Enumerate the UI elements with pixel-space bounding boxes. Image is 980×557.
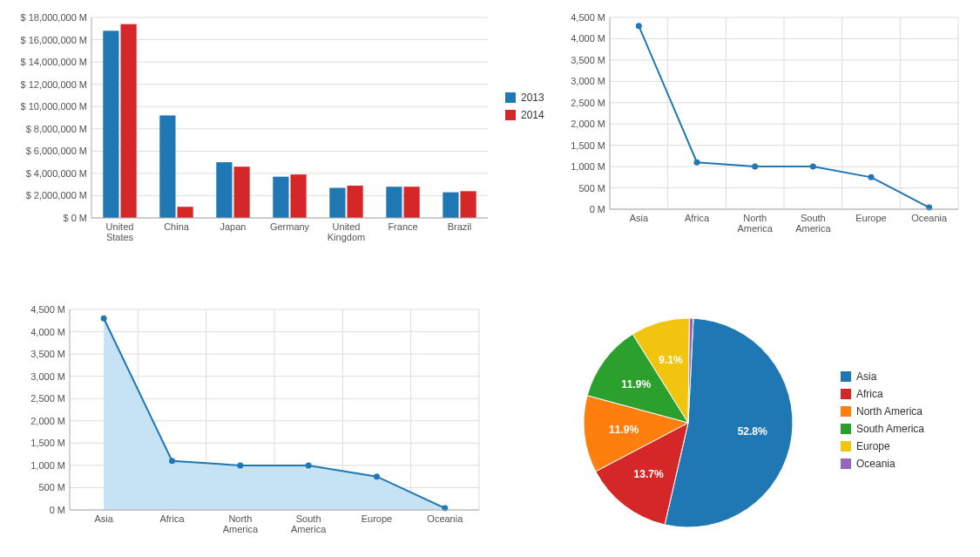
ytick: 2,500 M: [30, 393, 65, 404]
bar-ytick: $ 2,000,000 M: [26, 190, 87, 200]
bar: [178, 207, 193, 218]
ytick: 3,500 M: [571, 55, 605, 65]
data-point: [694, 160, 700, 166]
bar: [216, 162, 232, 218]
ytick: 2,000 M: [571, 119, 605, 129]
legend-item: North America: [841, 405, 924, 418]
ytick: 4,500 M: [30, 304, 65, 315]
data-point: [237, 462, 243, 468]
bar-ytick: $ 6,000,000 M: [26, 146, 87, 156]
bar-xtick: Kingdom: [328, 232, 365, 242]
data-point: [868, 174, 875, 180]
legend-label: Oceania: [856, 458, 896, 470]
bar: [291, 174, 307, 218]
legend-label: Asia: [856, 370, 876, 383]
xtick: Oceania: [427, 513, 463, 524]
bar-xtick: Germany: [270, 221, 310, 232]
ytick: 2,000 M: [30, 416, 65, 426]
legend-swatch: [505, 92, 516, 103]
data-point: [101, 316, 107, 322]
bar-chart-legend: 20132014: [505, 92, 544, 126]
xtick: North: [743, 213, 767, 223]
legend-swatch: [841, 441, 851, 452]
ytick: 3,000 M: [30, 371, 65, 382]
xtick: America: [795, 223, 831, 234]
dashboard: $ 0 M$ 2,000,000 M$ 4,000,000 M$ 6,000,0…: [0, 0, 980, 557]
ytick: 1,000 M: [30, 460, 65, 471]
xtick: America: [223, 524, 259, 534]
bar-xtick: China: [164, 221, 190, 232]
legend-swatch: [841, 406, 851, 417]
legend-item: 2013: [505, 92, 544, 104]
ytick: 4,000 M: [571, 33, 605, 44]
bar: [273, 177, 288, 218]
ytick: 500 M: [578, 183, 605, 194]
bar: [404, 187, 420, 218]
data-point: [169, 458, 175, 464]
bar-xtick: United: [333, 221, 361, 232]
ytick: 0 M: [590, 204, 605, 214]
legend-swatch: [841, 424, 851, 434]
bar: [159, 115, 175, 218]
data-point: [810, 164, 816, 170]
ytick: 2,500 M: [571, 98, 605, 108]
pie-chart: 52.8%13.7%11.9%11.9%9.1% AsiaAfricaNorth…: [540, 296, 976, 549]
ytick: 500 M: [38, 482, 65, 492]
legend-swatch: [841, 371, 851, 382]
xtick: Oceania: [911, 213, 948, 223]
xtick: America: [291, 524, 327, 534]
bar-xtick: States: [106, 232, 134, 242]
bar-ytick: $ 18,000,000 M: [21, 12, 87, 23]
legend-item: Oceania: [841, 458, 924, 470]
ytick: 4,000 M: [30, 327, 65, 337]
bar: [386, 187, 402, 218]
bar-ytick: $ 0 M: [63, 213, 87, 223]
legend-label: 2014: [521, 109, 544, 121]
bar-ytick: $ 12,000,000 M: [21, 79, 87, 90]
line-chart: 0 M500 M1,000 M1,500 M2,000 M2,500 M3,00…: [558, 9, 967, 244]
xtick: Europe: [362, 513, 392, 524]
bar-ytick: $ 4,000,000 M: [26, 168, 87, 179]
xtick: Asia: [94, 513, 113, 524]
legend-item: Africa: [841, 388, 924, 400]
bar: [121, 24, 137, 218]
data-point: [636, 23, 642, 29]
legend-swatch: [841, 389, 851, 399]
legend-label: Europe: [856, 440, 890, 452]
xtick: South: [296, 513, 321, 524]
data-point: [306, 462, 312, 468]
bar-ytick: $ 10,000,000 M: [21, 101, 87, 112]
pie-slice-label: 52.8%: [738, 425, 767, 438]
ytick: 1,500 M: [30, 438, 65, 448]
legend-swatch: [841, 459, 851, 469]
legend-label: 2013: [521, 92, 544, 104]
pie-slice-label: 11.9%: [621, 378, 651, 391]
pie-slice-label: 9.1%: [659, 354, 683, 366]
bar-xtick: France: [388, 221, 417, 232]
area-chart: 0 M500 M1,000 M1,500 M2,000 M2,500 M3,00…: [17, 301, 488, 545]
bar: [461, 191, 476, 218]
ytick: 3,500 M: [30, 349, 65, 359]
xtick: Africa: [159, 513, 185, 524]
data-point: [752, 164, 758, 170]
bar: [348, 186, 363, 218]
bar-ytick: $ 14,000,000 M: [21, 57, 87, 67]
xtick: Asia: [630, 213, 649, 223]
legend-label: North America: [856, 405, 923, 418]
ytick: 0 M: [50, 505, 65, 515]
xtick: North: [228, 513, 252, 524]
ytick: 3,000 M: [571, 76, 605, 86]
ytick: 4,500 M: [571, 12, 605, 23]
pie-slice-label: 13.7%: [634, 468, 664, 480]
legend-label: Africa: [856, 388, 883, 400]
bar: [329, 188, 345, 219]
legend-item: South America: [841, 423, 924, 435]
ytick: 1,500 M: [571, 140, 605, 151]
bar-ytick: $ 8,000,000 M: [26, 124, 87, 134]
xtick: America: [737, 223, 773, 234]
legend-label: South America: [856, 423, 924, 435]
bar-chart: $ 0 M$ 2,000,000 M$ 4,000,000 M$ 6,000,0…: [9, 9, 497, 253]
pie-chart-legend: AsiaAfricaNorth AmericaSouth AmericaEuro…: [841, 370, 924, 475]
bar: [443, 193, 458, 218]
legend-item: Europe: [841, 440, 924, 452]
